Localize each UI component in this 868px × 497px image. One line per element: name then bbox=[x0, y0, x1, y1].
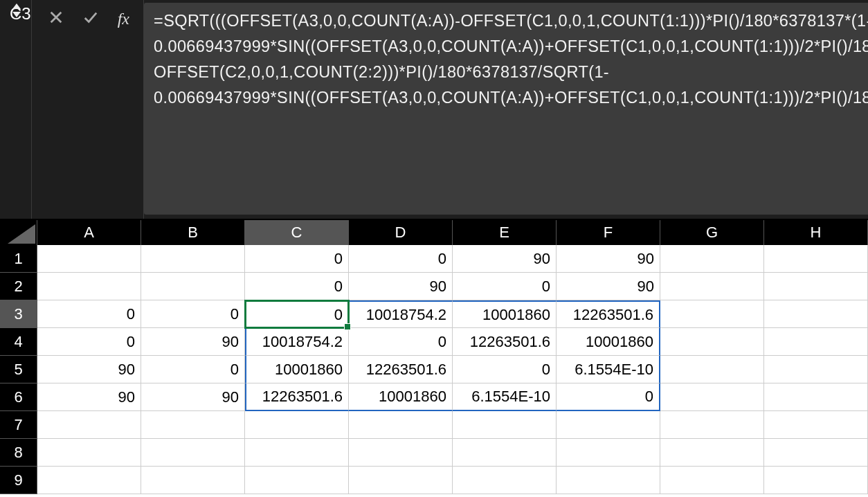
cell-C1[interactable]: 0 bbox=[245, 245, 349, 273]
cell-C3[interactable]: 0 bbox=[245, 300, 349, 328]
column-header-E[interactable]: E bbox=[453, 220, 557, 245]
row-header-6[interactable]: 6 bbox=[0, 383, 37, 411]
cell-F6[interactable]: 0 bbox=[557, 383, 660, 411]
cell-D5[interactable]: 12263501.6 bbox=[349, 356, 453, 383]
row-header-3[interactable]: 3 bbox=[0, 300, 37, 328]
cancel-formula-button[interactable] bbox=[48, 10, 64, 28]
cell-G1[interactable] bbox=[660, 245, 764, 273]
cell-H5[interactable] bbox=[764, 356, 868, 383]
cell-A6[interactable]: 90 bbox=[37, 383, 141, 411]
cell-A7[interactable] bbox=[37, 411, 141, 439]
cell-B9[interactable] bbox=[141, 467, 245, 494]
cell-G4[interactable] bbox=[660, 328, 764, 356]
cell-E9[interactable] bbox=[453, 467, 557, 494]
cell-E6[interactable]: 6.1554E-10 bbox=[453, 383, 557, 411]
cell-E8[interactable] bbox=[453, 439, 557, 467]
cell-F9[interactable] bbox=[557, 467, 660, 494]
cell-G3[interactable] bbox=[660, 300, 764, 328]
cell-F3[interactable]: 12263501.6 bbox=[557, 300, 660, 328]
cell-E1[interactable]: 90 bbox=[453, 245, 557, 273]
cell-E2[interactable]: 0 bbox=[453, 273, 557, 300]
cell-H3[interactable] bbox=[764, 300, 868, 328]
cell-B1[interactable] bbox=[141, 245, 245, 273]
row-header-1[interactable]: 1 bbox=[0, 245, 37, 273]
cell-C5[interactable]: 10001860 bbox=[245, 356, 349, 383]
select-all-corner[interactable] bbox=[0, 220, 37, 245]
cell-H4[interactable] bbox=[764, 328, 868, 356]
cell-E5[interactable]: 0 bbox=[453, 356, 557, 383]
cell-B6[interactable]: 90 bbox=[141, 383, 245, 411]
grid-rows: 10090902090090300010018754.2100018601226… bbox=[0, 245, 868, 494]
cell-D8[interactable] bbox=[349, 439, 453, 467]
cell-F5[interactable]: 6.1554E-10 bbox=[557, 356, 660, 383]
column-header-H[interactable]: H bbox=[764, 220, 868, 245]
cell-H1[interactable] bbox=[764, 245, 868, 273]
column-header-F[interactable]: F bbox=[557, 220, 660, 245]
cell-D4[interactable]: 0 bbox=[349, 328, 453, 356]
cell-A8[interactable] bbox=[37, 439, 141, 467]
cell-E7[interactable] bbox=[453, 411, 557, 439]
cell-D9[interactable] bbox=[349, 467, 453, 494]
cell-F4[interactable]: 10001860 bbox=[557, 328, 660, 356]
cell-D6[interactable]: 10001860 bbox=[349, 383, 453, 411]
name-box-stepper[interactable] bbox=[12, 3, 21, 18]
cell-H2[interactable] bbox=[764, 273, 868, 300]
cell-A1[interactable] bbox=[37, 245, 141, 273]
cell-A4[interactable]: 0 bbox=[37, 328, 141, 356]
cell-G2[interactable] bbox=[660, 273, 764, 300]
cell-D1[interactable]: 0 bbox=[349, 245, 453, 273]
row-header-7[interactable]: 7 bbox=[0, 411, 37, 439]
cell-A2[interactable] bbox=[37, 273, 141, 300]
cell-B3[interactable]: 0 bbox=[141, 300, 245, 328]
cell-A5[interactable]: 90 bbox=[37, 356, 141, 383]
cell-E3[interactable]: 10001860 bbox=[453, 300, 557, 328]
cell-B7[interactable] bbox=[141, 411, 245, 439]
formula-bar-buttons: fx bbox=[32, 0, 144, 219]
cell-C4[interactable]: 10018754.2 bbox=[245, 328, 349, 356]
cell-C9[interactable] bbox=[245, 467, 349, 494]
row-header-5[interactable]: 5 bbox=[0, 356, 37, 383]
cell-H6[interactable] bbox=[764, 383, 868, 411]
cell-G9[interactable] bbox=[660, 467, 764, 494]
row-header-9[interactable]: 9 bbox=[0, 467, 37, 494]
cell-B2[interactable] bbox=[141, 273, 245, 300]
cell-G8[interactable] bbox=[660, 439, 764, 467]
cell-H7[interactable] bbox=[764, 411, 868, 439]
cell-E4[interactable]: 12263501.6 bbox=[453, 328, 557, 356]
cell-D3[interactable]: 10018754.2 bbox=[349, 300, 453, 328]
cell-A9[interactable] bbox=[37, 467, 141, 494]
cell-G5[interactable] bbox=[660, 356, 764, 383]
formula-text[interactable]: =SQRT(((OFFSET(A3,0,0,COUNT(A:A))-OFFSET… bbox=[144, 3, 868, 215]
cell-G7[interactable] bbox=[660, 411, 764, 439]
cell-C6[interactable]: 12263501.6 bbox=[245, 383, 349, 411]
row-header-2[interactable]: 2 bbox=[0, 273, 37, 300]
name-box[interactable]: C3 bbox=[0, 0, 32, 219]
formula-input-area[interactable]: =SQRT(((OFFSET(A3,0,0,COUNT(A:A))-OFFSET… bbox=[144, 3, 868, 215]
column-header-C[interactable]: C bbox=[245, 220, 349, 245]
cell-F1[interactable]: 90 bbox=[557, 245, 660, 273]
cell-D2[interactable]: 90 bbox=[349, 273, 453, 300]
cell-B8[interactable] bbox=[141, 439, 245, 467]
cell-C2[interactable]: 0 bbox=[245, 273, 349, 300]
column-header-G[interactable]: G bbox=[660, 220, 764, 245]
cell-C7[interactable] bbox=[245, 411, 349, 439]
cell-G6[interactable] bbox=[660, 383, 764, 411]
column-header-A[interactable]: A bbox=[37, 220, 141, 245]
cell-H8[interactable] bbox=[764, 439, 868, 467]
table-row: 7 bbox=[0, 411, 868, 439]
row-header-8[interactable]: 8 bbox=[0, 439, 37, 467]
column-header-D[interactable]: D bbox=[349, 220, 453, 245]
cell-B5[interactable]: 0 bbox=[141, 356, 245, 383]
insert-function-button[interactable]: fx bbox=[118, 10, 129, 28]
column-header-B[interactable]: B bbox=[141, 220, 245, 245]
cell-C8[interactable] bbox=[245, 439, 349, 467]
cell-D7[interactable] bbox=[349, 411, 453, 439]
cell-A3[interactable]: 0 bbox=[37, 300, 141, 328]
row-header-4[interactable]: 4 bbox=[0, 328, 37, 356]
accept-formula-button[interactable] bbox=[83, 10, 98, 28]
cell-F8[interactable] bbox=[557, 439, 660, 467]
cell-B4[interactable]: 90 bbox=[141, 328, 245, 356]
cell-F7[interactable] bbox=[557, 411, 660, 439]
cell-F2[interactable]: 90 bbox=[557, 273, 660, 300]
cell-H9[interactable] bbox=[764, 467, 868, 494]
